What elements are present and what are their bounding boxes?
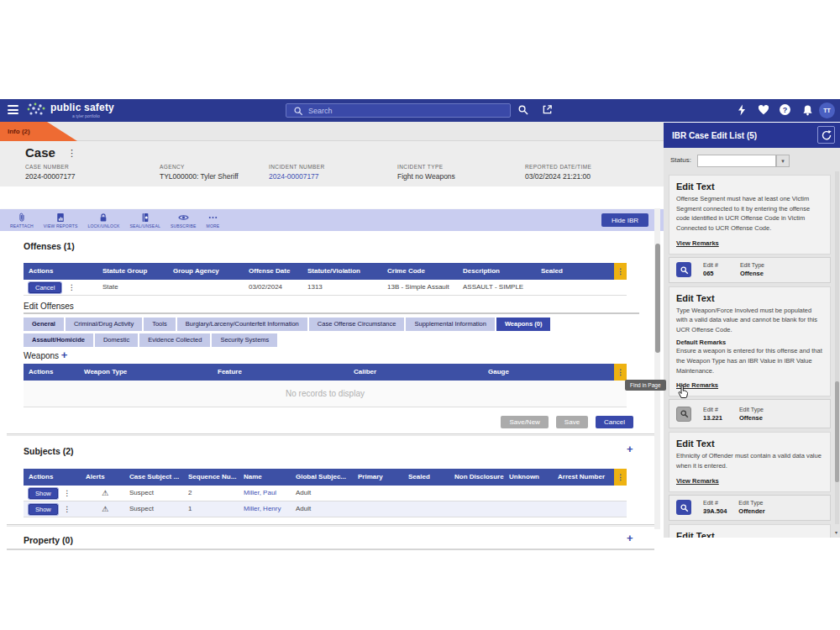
- view-remarks-link[interactable]: View Remarks: [676, 239, 719, 247]
- cancel-button[interactable]: Cancel: [596, 416, 633, 428]
- user-avatar[interactable]: TT: [819, 102, 835, 118]
- case-menu-icon[interactable]: ⋮: [67, 148, 76, 159]
- edit-cards-list: Edit Text Offense Segment must have at l…: [669, 175, 831, 538]
- edit-offenses-tabs-row1: General Criminal/Drug Activity Tools Bur…: [24, 318, 550, 331]
- lightning-icon[interactable]: [737, 104, 747, 116]
- subject-name-link[interactable]: Miller, Henry: [239, 501, 291, 517]
- row-menu-icon[interactable]: ⋮: [62, 486, 72, 501]
- tab-general[interactable]: General: [24, 318, 64, 331]
- incident-number-link[interactable]: 2024-00007177: [269, 172, 325, 181]
- find-in-page-button[interactable]: [676, 262, 691, 277]
- tab-tools[interactable]: Tools: [144, 318, 176, 331]
- open-in-new-icon[interactable]: [542, 104, 553, 115]
- col-description: Description: [458, 263, 536, 280]
- bell-icon[interactable]: [802, 104, 813, 116]
- paperclip-icon: [18, 213, 26, 223]
- empty-grid-message: No records to display: [286, 389, 365, 398]
- offenses-table: Actions Statute Group Group Agency Offen…: [24, 263, 627, 296]
- edit-number: 13.221: [703, 414, 722, 422]
- status-dropdown-icon[interactable]: ▾: [776, 155, 790, 167]
- app-window: public safety a tyler portfolio ? TT: [0, 99, 840, 538]
- search-input[interactable]: [308, 107, 493, 115]
- show-subject-button[interactable]: Show: [29, 504, 58, 515]
- status-input[interactable]: [697, 155, 776, 167]
- scrollbar-thumb[interactable]: [835, 381, 839, 482]
- weapons-heading: Weapons +: [24, 351, 67, 360]
- status-filter-row: Status: ▾: [664, 151, 840, 171]
- view-remarks-link[interactable]: View Remarks: [676, 477, 719, 485]
- save-button[interactable]: Save: [556, 416, 588, 428]
- show-subject-button[interactable]: Show: [29, 488, 58, 499]
- menu-icon[interactable]: [8, 105, 18, 114]
- panel-scrollbar[interactable]: [835, 171, 839, 524]
- subjects-header-row: Actions Alerts Case Subject ... Sequence…: [24, 469, 627, 486]
- edit-card-body: Offense Segment must have at least one V…: [676, 194, 823, 234]
- col-statute-group: Statute Group: [97, 263, 168, 280]
- ellipsis-icon: [207, 213, 218, 223]
- edit-type: Offense: [740, 270, 764, 277]
- save-new-button[interactable]: Save/New: [501, 416, 548, 428]
- panel-header: IBR Case Edit List (5): [664, 123, 840, 148]
- top-navbar: public safety a tyler portfolio ? TT: [0, 99, 840, 122]
- subscribe-button[interactable]: SUBSCRIBE: [165, 209, 202, 231]
- more-button[interactable]: MORE: [202, 209, 225, 231]
- row-menu-icon[interactable]: ⋮: [62, 501, 72, 517]
- add-weapon-icon[interactable]: +: [61, 349, 68, 361]
- weapons-grid-menu-icon[interactable]: ⋮: [614, 364, 627, 381]
- alert-warning-icon[interactable]: ⚠: [102, 489, 108, 497]
- edit-number: 065: [703, 270, 718, 277]
- subject-row: Show ⋮ ⚠ Suspect 1 Miller, Henry Adult: [24, 501, 627, 517]
- add-property-icon[interactable]: +: [627, 534, 633, 543]
- report-icon: [56, 213, 65, 223]
- tab-burglary-larceny[interactable]: Burglary/Larceny/Counterfeit Information: [177, 318, 307, 331]
- magnifier-icon: [680, 409, 689, 418]
- reattach-button[interactable]: REATTACH: [5, 209, 39, 231]
- heart-icon[interactable]: [758, 104, 769, 115]
- tab-weapons[interactable]: Weapons (0): [496, 318, 550, 331]
- field-incident-number: INCIDENT NUMBER 2024-00007177: [269, 164, 325, 181]
- row-menu-icon[interactable]: ⋮: [66, 280, 76, 295]
- main-scrollbar[interactable]: [654, 208, 660, 529]
- subjects-heading: Subjects (2): [24, 446, 74, 456]
- scroll-down-icon[interactable]: ▾: [832, 528, 840, 538]
- refresh-button[interactable]: [817, 126, 835, 144]
- col-global-subject: Global Subjec...: [291, 469, 353, 486]
- grid-menu-icon[interactable]: ⋮: [614, 263, 627, 280]
- col-actions: Actions: [24, 263, 97, 280]
- find-in-page-button[interactable]: [676, 500, 691, 515]
- cancel-offense-button[interactable]: Cancel: [29, 282, 61, 293]
- search-box[interactable]: [286, 103, 511, 118]
- panel-title: IBR Case Edit List (5): [672, 131, 757, 140]
- subjects-grid-menu-icon[interactable]: ⋮: [614, 469, 627, 486]
- hide-ibr-button[interactable]: Hide IBR: [601, 213, 648, 227]
- edit-offenses-heading: Edit Offenses: [24, 302, 74, 311]
- alert-warning-icon[interactable]: ⚠: [102, 505, 108, 513]
- edit-offenses-tabs-row2: Assault/Homicide Domestic Evidence Colle…: [24, 333, 277, 347]
- tab-case-offense-circumstance[interactable]: Case Offense Circumstance: [309, 318, 405, 331]
- field-case-number: CASE NUMBER 2024-00007177: [25, 164, 76, 181]
- edit-card: Edit Text Ethnicity of Offender must con…: [669, 524, 831, 538]
- lock-unlock-button[interactable]: LOCK/UNLOCK: [82, 209, 124, 231]
- tab-info[interactable]: Info (2): [0, 122, 77, 141]
- subject-row: Show ⋮ ⚠ Suspect 2 Miller, Paul Adult: [24, 486, 627, 501]
- tab-security-systems[interactable]: Security Systems: [212, 333, 277, 347]
- search-submit-icon[interactable]: [517, 104, 528, 115]
- tab-assault-homicide[interactable]: Assault/Homicide: [24, 333, 93, 347]
- tab-domestic[interactable]: Domestic: [95, 333, 138, 347]
- edit-offenses-actions: Save/New Save Cancel: [24, 416, 633, 428]
- tab-criminal-drug-activity[interactable]: Criminal/Drug Activity: [66, 318, 142, 331]
- col-s-sealed: Sealed: [403, 469, 449, 486]
- add-subject-icon[interactable]: +: [627, 445, 633, 454]
- page-title: Case: [25, 145, 55, 160]
- edit-card-heading: Edit Text: [676, 181, 823, 192]
- scrollbar-thumb[interactable]: [655, 244, 660, 353]
- find-in-page-button[interactable]: [676, 407, 691, 422]
- status-label: Status:: [670, 156, 691, 164]
- seal-unseal-button[interactable]: SEAL/UNSEAL: [125, 209, 165, 231]
- tab-evidence-collected[interactable]: Evidence Collected: [139, 333, 210, 347]
- tab-supplemental-information[interactable]: Supplemental Information: [406, 318, 494, 331]
- help-icon[interactable]: ?: [780, 104, 790, 115]
- view-reports-button[interactable]: VIEW REPORTS: [39, 209, 83, 231]
- subject-name-link[interactable]: Miller, Paul: [239, 486, 291, 501]
- col-group-agency: Group Agency: [168, 263, 244, 280]
